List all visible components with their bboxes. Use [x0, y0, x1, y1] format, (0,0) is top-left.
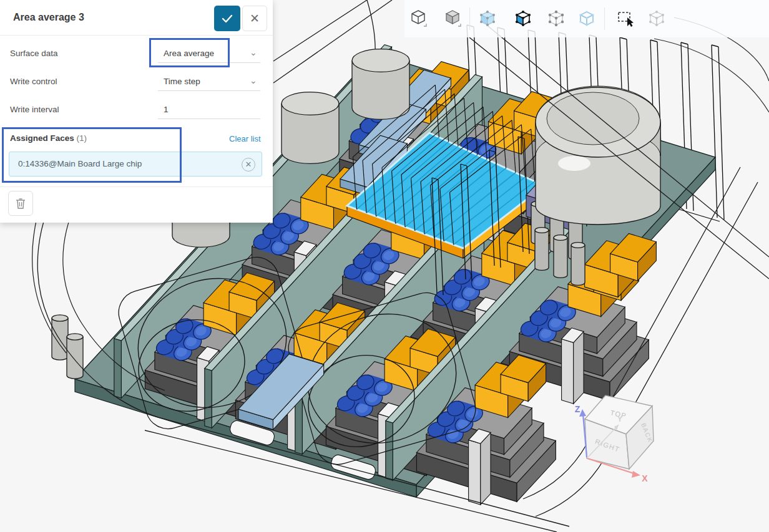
chevron-down-icon[interactable]: ⌄	[250, 75, 257, 85]
delete-button[interactable]	[8, 191, 33, 216]
volume-select-icon[interactable]	[476, 7, 499, 30]
chevron-down-icon[interactable]: ⌄	[250, 47, 257, 57]
field-underline	[158, 118, 260, 119]
check-icon	[222, 14, 233, 23]
panel-title: Area average 3	[13, 12, 84, 23]
axis-y-label: Y	[617, 415, 622, 423]
field-underline	[158, 62, 260, 63]
wireframe-view-icon[interactable]	[408, 7, 431, 30]
assembly-select-icon[interactable]	[645, 7, 668, 30]
remove-icon: ✕	[245, 160, 252, 169]
clear-list-link[interactable]: Clear list	[229, 134, 261, 143]
surface-data-select[interactable]: Area average	[164, 49, 214, 58]
confirm-button[interactable]	[214, 6, 240, 31]
toolbar-divider	[604, 7, 605, 30]
assigned-face-item[interactable]: 0:14336@Main Board Large chip ✕	[9, 152, 262, 177]
write-control-row: Write control Time step ⌄	[0, 74, 273, 92]
write-control-label: Write control	[10, 77, 57, 86]
write-interval-label: Write interval	[10, 105, 59, 114]
assigned-faces-label: Assigned Faces (1)	[10, 133, 87, 143]
write-interval-row: Write interval 1	[0, 102, 273, 120]
axis-z-arrow	[579, 409, 586, 417]
app-window: TOP RIGHT BACK Z Y X	[0, 0, 769, 532]
vertex-select-icon[interactable]	[545, 7, 567, 30]
write-control-select[interactable]: Time step	[164, 77, 200, 86]
surface-data-label: Surface data	[10, 49, 58, 58]
edge-select-icon[interactable]	[576, 7, 598, 30]
axis-z-label: Z	[575, 404, 580, 414]
area-average-panel: Area average 3 ✕ Surface data Area avera…	[0, 0, 273, 223]
solid-view-icon[interactable]	[443, 7, 465, 30]
toolbar-divider	[469, 7, 470, 30]
field-underline	[158, 90, 260, 91]
trash-icon	[16, 198, 26, 209]
remove-face-button[interactable]: ✕	[242, 158, 255, 172]
navcube[interactable]: TOP RIGHT BACK Z Y X	[575, 395, 654, 483]
write-interval-input[interactable]: 1	[164, 105, 169, 114]
face-select-icon[interactable]	[512, 7, 534, 30]
close-icon: ✕	[250, 12, 260, 25]
box-select-icon[interactable]	[615, 7, 637, 30]
close-button[interactable]: ✕	[242, 6, 267, 31]
panel-divider	[0, 186, 273, 187]
assigned-face-name: 0:14336@Main Board Large chip	[18, 159, 142, 168]
axis-x-label: X	[642, 473, 648, 483]
assigned-faces-count: (1)	[77, 133, 87, 143]
surface-data-row: Surface data Area average ⌄	[0, 46, 273, 64]
panel-header: Area average 3 ✕	[0, 0, 273, 36]
axis-x-arrow	[632, 471, 640, 478]
